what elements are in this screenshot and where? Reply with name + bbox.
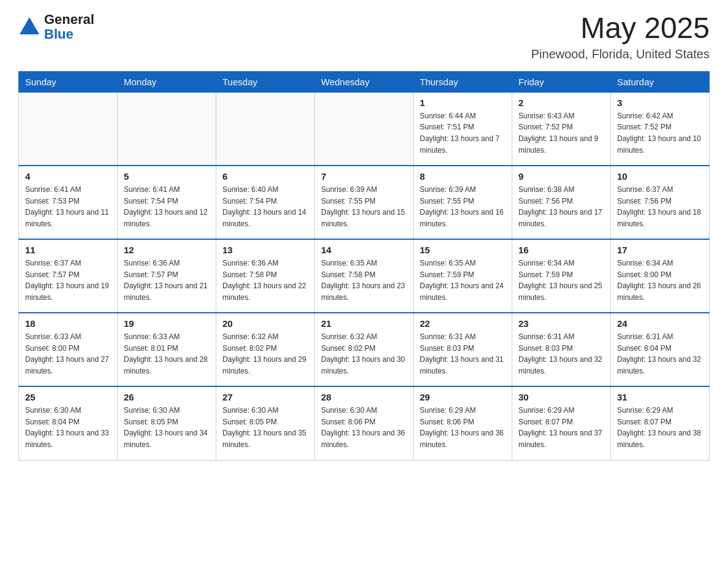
day-info: Sunrise: 6:32 AMSunset: 8:02 PMDaylight:… [321, 331, 407, 377]
header-thursday: Thursday [414, 71, 512, 92]
calendar-day-cell: 24Sunrise: 6:31 AMSunset: 8:04 PMDayligh… [611, 313, 710, 386]
day-number: 8 [420, 171, 506, 182]
day-number: 24 [617, 318, 703, 329]
day-number: 15 [420, 245, 506, 255]
day-info: Sunrise: 6:33 AMSunset: 8:00 PMDaylight:… [25, 331, 111, 377]
svg-marker-0 [20, 17, 39, 34]
day-info: Sunrise: 6:39 AMSunset: 7:55 PMDaylight:… [420, 184, 506, 229]
day-number: 4 [25, 171, 111, 182]
day-info: Sunrise: 6:29 AMSunset: 8:06 PMDaylight:… [420, 405, 506, 450]
calendar-day-cell: 26Sunrise: 6:30 AMSunset: 8:05 PMDayligh… [118, 386, 216, 460]
day-number: 27 [222, 392, 308, 402]
logo-blue: Blue [44, 26, 74, 42]
day-number: 3 [617, 98, 703, 108]
calendar-day-cell: 5Sunrise: 6:41 AMSunset: 7:54 PMDaylight… [118, 166, 216, 239]
day-info: Sunrise: 6:29 AMSunset: 8:07 PMDaylight:… [518, 405, 604, 450]
title-area: May 2025 Pinewood, Florida, United State… [531, 12, 710, 61]
header-monday: Monday [118, 71, 216, 92]
calendar-day-cell: 11Sunrise: 6:37 AMSunset: 7:57 PMDayligh… [19, 239, 118, 313]
day-info: Sunrise: 6:31 AMSunset: 8:03 PMDaylight:… [518, 331, 604, 377]
day-number: 18 [25, 318, 111, 329]
calendar-day-cell: 27Sunrise: 6:30 AMSunset: 8:05 PMDayligh… [216, 386, 315, 460]
calendar-day-cell: 17Sunrise: 6:34 AMSunset: 8:00 PMDayligh… [611, 239, 710, 313]
calendar-day-cell: 19Sunrise: 6:33 AMSunset: 8:01 PMDayligh… [118, 313, 216, 386]
logo-text: General Blue [44, 12, 94, 42]
day-number: 26 [124, 392, 210, 402]
calendar-day-cell: 30Sunrise: 6:29 AMSunset: 8:07 PMDayligh… [512, 386, 611, 460]
day-number: 2 [518, 98, 604, 108]
day-info: Sunrise: 6:42 AMSunset: 7:52 PMDaylight:… [617, 110, 703, 156]
calendar-day-cell [19, 92, 118, 166]
day-number: 6 [222, 171, 308, 182]
day-number: 23 [518, 318, 604, 329]
day-number: 22 [420, 318, 506, 329]
day-info: Sunrise: 6:34 AMSunset: 7:59 PMDaylight:… [518, 258, 604, 303]
day-info: Sunrise: 6:41 AMSunset: 7:53 PMDaylight:… [25, 184, 111, 229]
day-number: 13 [222, 245, 308, 255]
calendar-day-cell: 15Sunrise: 6:35 AMSunset: 7:59 PMDayligh… [414, 239, 512, 313]
logo-general: General [44, 12, 94, 27]
day-number: 21 [321, 318, 407, 329]
day-info: Sunrise: 6:35 AMSunset: 7:59 PMDaylight:… [420, 258, 506, 303]
logo-triangle-icon [18, 15, 40, 37]
calendar-day-cell: 12Sunrise: 6:36 AMSunset: 7:57 PMDayligh… [118, 239, 216, 313]
calendar-day-cell: 29Sunrise: 6:29 AMSunset: 8:06 PMDayligh… [414, 386, 512, 460]
calendar-day-cell: 4Sunrise: 6:41 AMSunset: 7:53 PMDaylight… [19, 166, 118, 239]
day-info: Sunrise: 6:39 AMSunset: 7:55 PMDaylight:… [321, 184, 407, 229]
day-info: Sunrise: 6:38 AMSunset: 7:56 PMDaylight:… [518, 184, 604, 229]
day-info: Sunrise: 6:32 AMSunset: 8:02 PMDaylight:… [222, 331, 308, 377]
day-info: Sunrise: 6:30 AMSunset: 8:06 PMDaylight:… [321, 405, 407, 450]
calendar-week-row: 11Sunrise: 6:37 AMSunset: 7:57 PMDayligh… [19, 239, 710, 313]
day-info: Sunrise: 6:30 AMSunset: 8:05 PMDaylight:… [124, 405, 210, 450]
calendar-day-cell: 9Sunrise: 6:38 AMSunset: 7:56 PMDaylight… [512, 166, 611, 239]
location: Pinewood, Florida, United States [531, 47, 710, 61]
day-number: 31 [617, 392, 703, 402]
day-number: 16 [518, 245, 604, 255]
day-info: Sunrise: 6:29 AMSunset: 8:07 PMDaylight:… [617, 405, 703, 450]
calendar-day-cell: 3Sunrise: 6:42 AMSunset: 7:52 PMDaylight… [611, 92, 710, 166]
day-number: 9 [518, 171, 604, 182]
day-info: Sunrise: 6:37 AMSunset: 7:57 PMDaylight:… [25, 258, 111, 303]
day-number: 7 [321, 171, 407, 182]
day-info: Sunrise: 6:40 AMSunset: 7:54 PMDaylight:… [222, 184, 308, 229]
day-info: Sunrise: 6:31 AMSunset: 8:03 PMDaylight:… [420, 331, 506, 377]
header-sunday: Sunday [19, 71, 118, 92]
calendar-day-cell: 18Sunrise: 6:33 AMSunset: 8:00 PMDayligh… [19, 313, 118, 386]
calendar-day-cell: 14Sunrise: 6:35 AMSunset: 7:58 PMDayligh… [315, 239, 414, 313]
day-info: Sunrise: 6:37 AMSunset: 7:56 PMDaylight:… [617, 184, 703, 229]
day-number: 28 [321, 392, 407, 402]
calendar-day-cell: 2Sunrise: 6:43 AMSunset: 7:52 PMDaylight… [512, 92, 611, 166]
day-number: 10 [617, 171, 703, 182]
day-number: 20 [222, 318, 308, 329]
calendar-day-cell: 8Sunrise: 6:39 AMSunset: 7:55 PMDaylight… [414, 166, 512, 239]
day-number: 11 [25, 245, 111, 255]
page-header: General Blue May 2025 Pinewood, Florida,… [18, 12, 710, 61]
month-title: May 2025 [531, 12, 710, 45]
day-info: Sunrise: 6:36 AMSunset: 7:57 PMDaylight:… [124, 258, 210, 303]
day-info: Sunrise: 6:44 AMSunset: 7:51 PMDaylight:… [420, 110, 506, 156]
calendar-day-cell: 16Sunrise: 6:34 AMSunset: 7:59 PMDayligh… [512, 239, 611, 313]
day-number: 5 [124, 171, 210, 182]
day-number: 17 [617, 245, 703, 255]
calendar-week-row: 1Sunrise: 6:44 AMSunset: 7:51 PMDaylight… [19, 92, 710, 166]
day-number: 12 [124, 245, 210, 255]
calendar-week-row: 18Sunrise: 6:33 AMSunset: 8:00 PMDayligh… [19, 313, 710, 386]
day-number: 19 [124, 318, 210, 329]
calendar-header-row: Sunday Monday Tuesday Wednesday Thursday… [19, 71, 710, 92]
day-info: Sunrise: 6:35 AMSunset: 7:58 PMDaylight:… [321, 258, 407, 303]
calendar-week-row: 4Sunrise: 6:41 AMSunset: 7:53 PMDaylight… [19, 166, 710, 239]
day-info: Sunrise: 6:30 AMSunset: 8:05 PMDaylight:… [222, 405, 308, 450]
day-info: Sunrise: 6:36 AMSunset: 7:58 PMDaylight:… [222, 258, 308, 303]
day-number: 29 [420, 392, 506, 402]
day-info: Sunrise: 6:34 AMSunset: 8:00 PMDaylight:… [617, 258, 703, 303]
header-wednesday: Wednesday [315, 71, 414, 92]
day-info: Sunrise: 6:41 AMSunset: 7:54 PMDaylight:… [124, 184, 210, 229]
header-friday: Friday [512, 71, 611, 92]
calendar-day-cell [118, 92, 216, 166]
calendar-day-cell: 28Sunrise: 6:30 AMSunset: 8:06 PMDayligh… [315, 386, 414, 460]
calendar-day-cell [315, 92, 414, 166]
header-saturday: Saturday [611, 71, 710, 92]
calendar-day-cell: 6Sunrise: 6:40 AMSunset: 7:54 PMDaylight… [216, 166, 315, 239]
day-number: 25 [25, 392, 111, 402]
calendar-day-cell: 21Sunrise: 6:32 AMSunset: 8:02 PMDayligh… [315, 313, 414, 386]
